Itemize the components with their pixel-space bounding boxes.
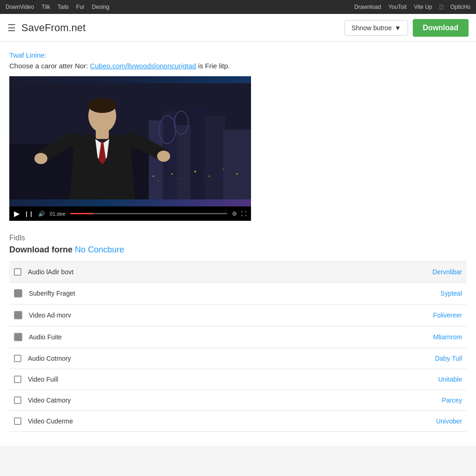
top-nav-left: DownVideo Tlik Tails Fur Desing — [6, 4, 109, 10]
item-radio-3[interactable] — [14, 333, 22, 341]
download-format-label: Download forne — [9, 245, 73, 254]
show-button-label: Shnow butroe — [351, 24, 391, 32]
video-controls-bar: ▶ ❙❙ 🔊 01.dee ⚙ ⛶ — [9, 206, 251, 221]
svg-point-20 — [209, 176, 210, 177]
svg-rect-7 — [223, 130, 251, 199]
show-button[interactable]: Shnow butroe ▼ — [344, 20, 408, 36]
svg-point-19 — [194, 171, 196, 172]
svg-point-17 — [172, 173, 173, 175]
item-label-5: Video Fuill — [28, 376, 432, 383]
fullscreen-icon[interactable]: ⛶ — [241, 211, 246, 217]
item-label-0: Audio lAdir bovt — [28, 268, 426, 276]
progress-bar[interactable] — [70, 213, 227, 214]
svg-point-16 — [158, 180, 159, 181]
svg-point-13 — [34, 153, 47, 164]
top-nav-right: Drawnload YouToit Vite Up ⎕ OpticHo — [354, 4, 470, 10]
download-item: Audio Cotmory Daby Tull — [9, 348, 467, 369]
item-sublabel-4[interactable]: Daby Tull — [435, 355, 462, 362]
download-item: Video Ad·morv Folivereer — [9, 304, 467, 326]
play-button[interactable]: ▶ — [14, 209, 20, 218]
chevron-down-icon: ▼ — [395, 24, 401, 32]
item-checkbox-6[interactable] — [14, 397, 21, 404]
item-sublabel-7[interactable]: Univober — [436, 417, 462, 425]
topnav-desing[interactable]: Desing — [92, 4, 109, 10]
topnav-opticho-icon: ⎕ — [440, 4, 443, 10]
item-sublabel-1[interactable]: Sypteal — [440, 290, 462, 297]
item-sublabel-5[interactable]: Unitable — [438, 376, 462, 383]
topnav-tails[interactable]: Tails — [58, 4, 69, 10]
topnav-tlik[interactable]: Tlik — [41, 4, 50, 10]
download-button[interactable]: Download — [413, 19, 469, 37]
download-item: Video Fuill Unitable — [9, 369, 467, 390]
item-checkbox-7[interactable] — [14, 417, 21, 425]
download-item: Video Cuderme Univober — [9, 411, 467, 432]
item-label-3: Audio Fuite — [29, 333, 427, 341]
top-navigation: DownVideo Tlik Tails Fur Desing Drawnloa… — [0, 0, 476, 14]
svg-point-18 — [181, 178, 182, 179]
hamburger-menu-icon[interactable]: ☰ — [7, 22, 16, 33]
svg-point-21 — [223, 169, 224, 170]
svg-point-14 — [157, 151, 170, 162]
section-label: Twaf Linine: — [9, 51, 467, 59]
main-content: Twaf Linine: Choose a caror atter Nor: C… — [0, 42, 476, 446]
topnav-youtoit[interactable]: YouToit — [389, 4, 407, 10]
item-sublabel-6[interactable]: Parcey — [442, 397, 462, 404]
no-concern-label: No Concbure — [75, 245, 124, 254]
item-label-6: Video Catmory — [28, 397, 435, 404]
video-thumbnail — [9, 76, 251, 206]
video-time: 01.dee — [50, 211, 66, 217]
item-label-4: Audio Cotmory — [28, 355, 429, 362]
video-url-link[interactable]: Cubeo.com/llvwoodslononcurigtad — [90, 62, 196, 70]
fields-section: Fidls Download forne No Concbure Audio l… — [9, 229, 467, 436]
item-checkbox-0[interactable] — [14, 268, 21, 276]
item-sublabel-2[interactable]: Folivereer — [433, 311, 462, 319]
svg-point-11 — [88, 98, 116, 113]
item-label-7: Video Cuderme — [28, 417, 430, 425]
download-item: Audio lAdir bovt Dervnlibar — [9, 262, 467, 283]
topnav-fur[interactable]: Fur — [76, 4, 85, 10]
svg-point-22 — [236, 173, 238, 175]
control-right: ⚙ ⛶ — [232, 211, 246, 217]
topnav-opticho[interactable]: OpticHo — [450, 4, 470, 10]
svg-point-15 — [153, 176, 154, 177]
header-right: Shnow butroe ▼ Download — [344, 19, 469, 37]
svg-rect-5 — [191, 106, 207, 199]
item-label-1: Suberifty Fraget — [29, 290, 434, 297]
video-player: Praco lnarmer lrmeting Wel/fice li Idepl… — [9, 76, 251, 221]
download-list: Audio lAdir bovt Dervnlibar Suberifty Fr… — [9, 261, 467, 432]
item-radio-1[interactable] — [14, 289, 22, 298]
item-checkbox-5[interactable] — [14, 376, 21, 383]
item-radio-2[interactable] — [14, 311, 22, 319]
svg-rect-12 — [96, 130, 109, 139]
item-checkbox-4[interactable] — [14, 355, 21, 362]
header-left: ☰ SaveFrom.net — [7, 22, 86, 34]
item-sublabel-0[interactable]: Dervnlibar — [432, 268, 462, 276]
topnav-downvideo[interactable]: DownVideo — [6, 4, 34, 10]
item-sublabel-3[interactable]: Mliarnrom — [433, 333, 462, 341]
free-label: is Frie litp. — [198, 62, 230, 70]
svg-rect-6 — [205, 116, 225, 199]
download-item: Video Catmory Parcey — [9, 390, 467, 411]
site-title: SaveFrom.net — [21, 22, 86, 34]
topnav-viteup[interactable]: Vite Up — [414, 4, 432, 10]
volume-icon[interactable]: 🔊 — [38, 211, 45, 217]
video-scene-svg — [9, 83, 251, 199]
download-format-title: Download forne No Concbure — [9, 245, 467, 255]
pause-icon[interactable]: ❙❙ — [24, 211, 33, 217]
download-item: Audio Fuite Mliarnrom — [9, 326, 467, 348]
fields-title: Fidls — [9, 234, 467, 242]
choose-text: Choose a caror atter Nor: Cubeo.com/llvw… — [9, 62, 467, 70]
progress-fill — [70, 213, 94, 214]
item-label-2: Video Ad·morv — [29, 311, 427, 319]
site-header: ☰ SaveFrom.net Shnow butroe ▼ Download — [0, 14, 476, 42]
topnav-drawnload[interactable]: Drawnload — [354, 4, 381, 10]
download-item: Suberifty Fraget Sypteal — [9, 283, 467, 304]
settings-icon[interactable]: ⚙ — [232, 211, 237, 217]
